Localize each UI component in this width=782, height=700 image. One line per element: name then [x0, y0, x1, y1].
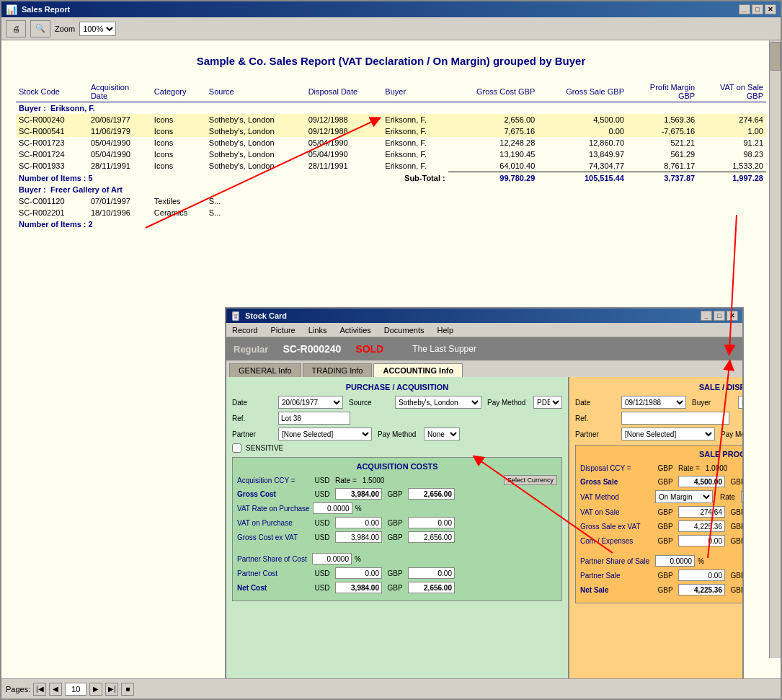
purchase-paym-label: Pay Method — [487, 399, 530, 407]
dialog-title-controls: _ □ ✕ — [701, 311, 738, 321]
vat-rate-label-sale: Rate — [720, 493, 735, 501]
sale-date-select[interactable]: 09/12/1988 — [621, 396, 686, 409]
partner-cost-usd[interactable] — [335, 567, 382, 579]
vat-rate-label: VAT Rate on Purchase — [237, 505, 310, 513]
purchase-date-label: Date — [232, 399, 275, 407]
page-prev-btn[interactable]: ◀ — [49, 683, 62, 696]
dialog-menu: Record Picture Links Activities Document… — [226, 323, 742, 337]
vat-rate-sale-input[interactable] — [741, 491, 742, 502]
net-sale-row: Net Sale GBP GBP — [580, 584, 742, 595]
tab-general[interactable]: GENERAL Info — [229, 363, 301, 377]
zoom-select[interactable]: 100% 75% 150% — [79, 22, 116, 36]
acq-select-currency-btn[interactable]: Select Currency — [504, 475, 557, 485]
sale-buyer-label: Buyer — [692, 399, 735, 407]
page-number-input[interactable] — [65, 683, 86, 696]
paym2-label: Pay Method — [378, 430, 421, 438]
sale-paym2-label: Pay Method — [721, 430, 742, 438]
preview-btn[interactable]: 🔍 — [30, 20, 50, 37]
net-cost-usd[interactable] — [335, 582, 382, 593]
dialog-icon: 🃏 — [231, 311, 241, 321]
partner-select[interactable]: [None Selected] — [278, 427, 372, 440]
scrollbar-thumb[interactable] — [770, 42, 781, 71]
cell-buyer: Eriksonn, F. — [382, 114, 448, 125]
net-sale-gbp1[interactable] — [678, 584, 725, 595]
vat-purchase-usd[interactable] — [335, 517, 382, 528]
ref-input[interactable] — [278, 412, 350, 425]
dialog-maximize-btn[interactable]: □ — [714, 311, 725, 321]
sale-date-row: Date 09/12/1988 Buyer Eriksonn, F. Pay M… — [575, 396, 742, 409]
menu-links[interactable]: Links — [306, 326, 330, 335]
cell-code: SC-R000240 — [16, 114, 88, 125]
table-row: SC-R000240 20/06/1977 Icons Sotheby's, L… — [16, 114, 766, 125]
dialog-content: PURCHASE / ACQUISITION Date 20/06/1977 S… — [226, 377, 742, 678]
vat-method-select[interactable]: On Margin Standard Exempt — [655, 490, 713, 503]
left-panel: PURCHASE / ACQUISITION Date 20/06/1977 S… — [226, 377, 569, 678]
gross-exvat-usd[interactable] — [335, 531, 382, 543]
purchase-date-select[interactable]: 20/06/1977 — [278, 396, 343, 409]
acquisition-costs: ACQUISITION COSTS Acquisition CCY = USD … — [232, 457, 562, 601]
gross-cost-usd[interactable] — [335, 488, 382, 500]
scrollbar-v[interactable] — [769, 40, 781, 658]
purchase-paym-select[interactable]: PDB — [533, 396, 562, 409]
com-exp-gbp1[interactable] — [678, 535, 725, 546]
sensitive-checkbox[interactable] — [232, 443, 241, 453]
gross-sale-exvat-label: Gross Sale ex VAT — [580, 523, 652, 531]
page-first-btn[interactable]: |◀ — [33, 683, 46, 696]
partner-share-sale-input[interactable] — [655, 555, 695, 567]
table-row: SC-R000541 11/06/1979 Icons Sotheby's, L… — [16, 125, 766, 137]
gross-sale-gbp1[interactable] — [678, 476, 725, 487]
menu-picture[interactable]: Picture — [267, 326, 298, 335]
gross-exvat-gbp[interactable] — [408, 531, 455, 543]
sale-ref-input[interactable] — [621, 412, 729, 425]
partner-sale-row: Partner Sale GBP GBP — [580, 570, 742, 581]
gross-cost-gbp[interactable] — [408, 488, 455, 500]
print-btn[interactable]: 🖨 — [6, 20, 26, 37]
page-next-btn[interactable]: ▶ — [89, 683, 102, 696]
vat-rate-input[interactable] — [313, 502, 352, 514]
table-row: SC-C001120 07/01/1997 Textiles S... — [16, 195, 766, 207]
sale-partner-row: Partner [None Selected] Pay Method None — [575, 427, 742, 440]
menu-documents[interactable]: Documents — [381, 326, 427, 335]
table-row: SC-R001723 05/04/1990 Icons Sotheby's, L… — [16, 137, 766, 149]
menu-activities[interactable]: Activities — [337, 326, 373, 335]
sale-partner-select[interactable]: [None Selected] — [621, 427, 715, 440]
sale-ref-row: Ref. — [575, 412, 742, 425]
gross-cost-row: Gross Cost USD GBP — [237, 488, 557, 500]
gross-sale-exvat-gbp1[interactable] — [678, 520, 725, 532]
partner-cost-gbp[interactable] — [408, 567, 455, 579]
partner-sale-gbp1[interactable] — [678, 570, 725, 581]
col-acq-date: AcquisitionDate — [88, 81, 151, 102]
dialog-minimize-btn[interactable]: _ — [701, 311, 712, 321]
items-count-row-1: Number of Items : 5 Sub-Total : 99,780.2… — [16, 172, 766, 185]
vat-purchase-gbp[interactable] — [408, 517, 455, 528]
sale-date-label: Date — [575, 399, 618, 407]
sale-proceeds-title: SALE PROCEEDS — [580, 450, 742, 458]
page-last-btn[interactable]: ▶| — [105, 683, 118, 696]
tab-trading[interactable]: TRADING Info — [303, 363, 373, 377]
paym2-select[interactable]: None — [424, 427, 460, 440]
vat-on-sale-gbp1[interactable] — [678, 506, 725, 518]
pages-bar: Pages: |◀ ◀ ▶ ▶| ■ — [1, 678, 781, 699]
sensitive-row: SENSITIVE — [232, 443, 562, 453]
items-count-row-2: Number of Items : 2 — [16, 218, 766, 230]
tab-accounting[interactable]: ACCOUNTING Info — [373, 363, 463, 377]
acq-ccy-value: USD — [312, 477, 332, 484]
table-row: SC-R002201 18/10/1996 Ceramics S... — [16, 207, 766, 218]
col-disposal-date: Disposal Date — [306, 81, 383, 102]
purchase-source-select[interactable]: Sotheby's, London — [395, 396, 481, 409]
acq-rate-label: Rate = — [335, 477, 357, 484]
minimize-btn[interactable]: _ — [739, 4, 750, 14]
maximize-btn[interactable]: □ — [752, 4, 763, 14]
menu-help[interactable]: Help — [434, 326, 456, 335]
cell-pm: 1,569.36 — [627, 114, 698, 125]
vat-on-sale-label: VAT on Sale — [580, 508, 652, 516]
menu-record[interactable]: Record — [229, 326, 260, 335]
close-btn[interactable]: ✕ — [765, 4, 776, 14]
sale-buyer-select[interactable]: Eriksonn, F. — [738, 396, 742, 409]
partner-share-cost-input[interactable] — [312, 553, 352, 564]
stock-card-dialog: 🃏 Stock Card _ □ ✕ Record Picture Links … — [225, 307, 744, 678]
net-cost-gbp[interactable] — [408, 582, 455, 593]
dialog-close-btn[interactable]: ✕ — [727, 311, 738, 321]
gross-sale-row: Gross Sale GBP GBP — [580, 476, 742, 487]
page-stop-btn[interactable]: ■ — [121, 683, 134, 696]
